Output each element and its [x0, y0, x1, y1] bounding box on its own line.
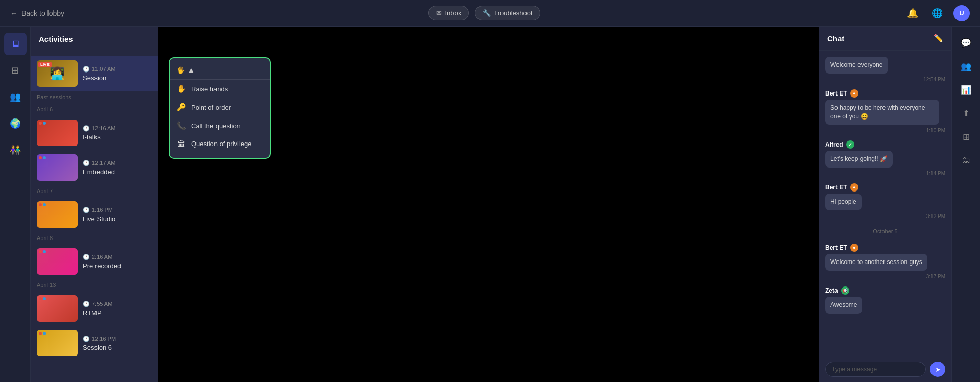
rec-dot-red4 [39, 250, 42, 253]
rec-dot-blue3 [43, 203, 46, 206]
topbar: ← Back to lobby ✉ Inbox 🔧 Troubleshoot 🔔… [0, 0, 980, 27]
chat-message-bert2: Bert ET ● Hi people 3:12 PM [825, 183, 945, 219]
icon-sidebar: 🖥 ⊞ 👥 🌍 👫 [0, 27, 31, 382]
date-april13: April 13 [31, 279, 158, 291]
point-of-order-label: Point of order [191, 104, 231, 111]
right-grid-icon[interactable]: ⊞ [956, 127, 976, 147]
date-april8: April 8 [31, 232, 158, 244]
activities-list: LIVE 👩‍💻 🕐 11:07 AM Session Past session… [31, 52, 158, 382]
chat-messages: Welcome everyone 12:54 PM Bert ET ● So h… [819, 51, 951, 356]
session-time-live: 🕐 11:07 AM [83, 66, 152, 73]
rec-dot-red6 [39, 332, 42, 335]
session-item-livestudio[interactable]: 🕐 1:16 PM Live Studio [31, 197, 158, 232]
troubleshoot-button[interactable]: 🔧 Troubleshoot [475, 6, 540, 20]
session-name-prerecorded: Pre recorded [83, 262, 152, 270]
chat-header: Chat ✏️ [819, 27, 951, 51]
session-item-extra[interactable]: 🕐 12:16 PM Session 6 [31, 326, 158, 361]
session-item-italks[interactable]: 🕐 12:16 AM I-talks [31, 115, 158, 150]
activities-panel: Activities LIVE 👩‍💻 🕐 11:07 AM Session P… [31, 27, 158, 382]
question-of-privilege-item[interactable]: 🏛 Question of privilege [170, 135, 270, 153]
troubleshoot-icon: 🔧 [483, 9, 491, 17]
session-item-live[interactable]: LIVE 👩‍💻 🕐 11:07 AM Session [31, 56, 158, 91]
back-to-lobby-button[interactable]: ← Back to lobby [10, 9, 64, 17]
right-chat-icon[interactable]: 💬 [956, 33, 976, 53]
bell-icon[interactable]: 🔔 [904, 5, 921, 21]
rec-dot-blue2 [43, 156, 46, 159]
alfred-time: 1:14 PM [825, 171, 945, 176]
chat-message-alfred: Alfred ✓ Let's keep going!! 🚀 1:14 PM [825, 140, 945, 176]
rec-dot-red [39, 122, 42, 125]
sidebar-item-monitor[interactable]: 🖥 [4, 33, 27, 55]
call-the-question-item[interactable]: 📞 Call the question [170, 116, 270, 135]
inbox-button[interactable]: ✉ Inbox [428, 6, 469, 20]
clock-icon3: 🕐 [83, 160, 90, 166]
dropdown-menu: 🖐 ▲ ✋ Raise hands 🔑 Point of order 📞 Cal… [169, 57, 271, 159]
sidebar-item-grid[interactable]: ⊞ [4, 59, 27, 82]
right-upload-icon[interactable]: ⬆ [956, 103, 976, 124]
troubleshoot-label: Troubleshoot [494, 9, 532, 17]
rec-dot-blue6 [43, 332, 46, 335]
avatar[interactable]: U [953, 5, 970, 21]
date-april7: April 7 [31, 185, 158, 197]
question-of-privilege-icon: 🏛 [177, 139, 186, 148]
session-name-livestudio: Live Studio [83, 215, 152, 223]
raise-hands-label: Raise hands [191, 85, 228, 93]
topbar-center: ✉ Inbox 🔧 Troubleshoot [428, 6, 540, 20]
session-item-prerecorded[interactable]: 🕐 2:16 AM Pre recorded [31, 244, 158, 279]
session-info-embedded: 🕐 12:17 AM Embedded [83, 160, 152, 176]
session-item-rtmp[interactable]: 🕐 7:55 AM RTMP [31, 291, 158, 326]
chat-panel: Chat ✏️ Welcome everyone 12:54 PM Bert E… [819, 27, 951, 382]
session-thumb-embedded [37, 154, 78, 181]
right-layers-icon[interactable]: 🗂 [956, 150, 976, 171]
rec-dot-red2 [39, 156, 42, 159]
chat-title: Chat [827, 34, 844, 43]
chat-send-button[interactable]: ➤ [930, 362, 945, 377]
main-content: 🖐 ▲ ✋ Raise hands 🔑 Point of order 📞 Cal… [158, 27, 819, 382]
live-badge: LIVE [38, 62, 52, 67]
inbox-label: Inbox [445, 9, 461, 17]
alfred-badge: ✓ [846, 140, 854, 149]
session-item-embedded[interactable]: 🕐 12:17 AM Embedded [31, 150, 158, 185]
chat-input[interactable] [825, 362, 926, 377]
session-time-rtmp: 🕐 7:55 AM [83, 301, 152, 307]
welcome-bubble: Welcome everyone [825, 57, 888, 74]
rec-dot-blue [43, 122, 46, 125]
globe-icon[interactable]: 🌐 [929, 5, 945, 21]
bert-badge1: ● [850, 89, 858, 98]
right-people-icon[interactable]: 👥 [956, 56, 976, 77]
clock-icon2: 🕐 [83, 125, 90, 132]
main-layout: 🖥 ⊞ 👥 🌍 👫 Activities LIVE 👩‍💻 🕐 11:07 AM [0, 27, 980, 382]
clock-icon5: 🕐 [83, 254, 90, 260]
dropdown-header: 🖐 ▲ [170, 63, 270, 80]
session-thumb-extra [37, 330, 78, 356]
zeta-sender: Zeta 📢 [825, 286, 945, 295]
back-arrow-icon: ← [10, 9, 17, 17]
right-sidebar: 💬 👥 📊 ⬆ ⊞ 🗂 [951, 27, 980, 382]
chat-message-welcome: Welcome everyone 12:54 PM [825, 57, 945, 82]
date-divider-oct5: October 5 [825, 226, 945, 236]
session-info-livestudio: 🕐 1:16 PM Live Studio [83, 207, 152, 223]
point-of-order-item[interactable]: 🔑 Point of order [170, 98, 270, 116]
session-info-live: 🕐 11:07 AM Session [83, 66, 152, 82]
sidebar-item-users[interactable]: 👥 [4, 86, 27, 108]
right-chart-icon[interactable]: 📊 [956, 80, 976, 100]
raise-hands-item[interactable]: ✋ Raise hands [170, 80, 270, 98]
zeta-bubble: Awesome [825, 297, 862, 314]
clock-icon7: 🕐 [83, 336, 90, 342]
topbar-right: 🔔 🌐 U [904, 5, 970, 21]
session-name-rtmp: RTMP [83, 309, 152, 317]
session-time-embedded: 🕐 12:17 AM [83, 160, 152, 166]
past-sessions-label: Past sessions [31, 91, 158, 103]
session-time-italks: 🕐 12:16 AM [83, 125, 152, 132]
session-thumb-rtmp [37, 295, 78, 322]
bert-sender3: Bert ET ● [825, 244, 945, 252]
dropdown-arrow: ▲ [188, 66, 195, 74]
sidebar-item-globe[interactable]: 🌍 [4, 112, 27, 135]
sidebar-item-group[interactable]: 👫 [4, 139, 27, 161]
clock-icon4: 🕐 [83, 207, 90, 213]
bert-bubble1: So happy to be here with everyone one of… [825, 100, 939, 125]
bert-bubble2: Hi people [825, 194, 862, 210]
bert-sender1: Bert ET ● [825, 89, 945, 98]
welcome-time: 12:54 PM [825, 77, 945, 82]
chat-compose-icon[interactable]: ✏️ [934, 34, 943, 43]
